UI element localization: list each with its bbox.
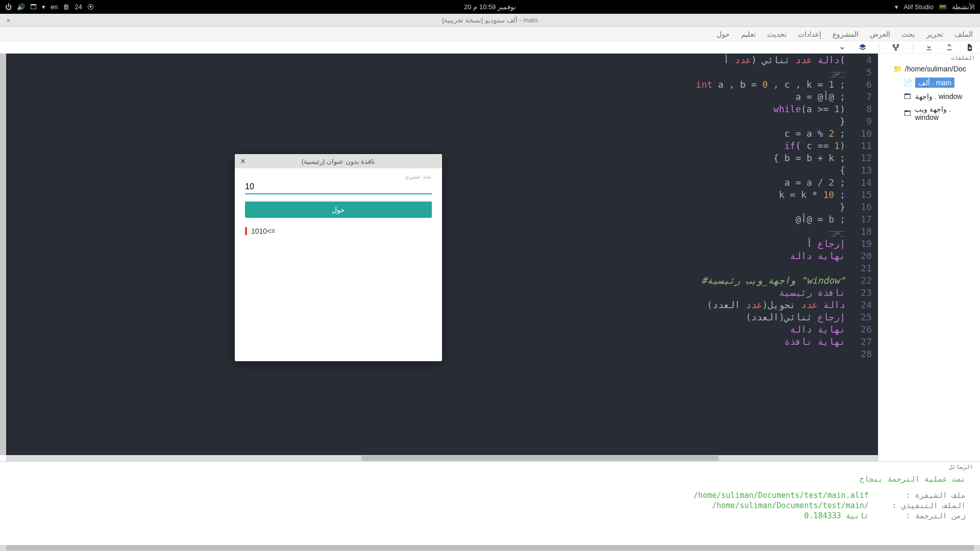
notif-count[interactable]: 24 [75, 3, 82, 11]
menu-learn[interactable]: تعليم [741, 30, 756, 38]
code-content[interactable]: c = a % 2 ; [6, 128, 853, 139]
power-icon[interactable]: ⏻ [5, 3, 12, 11]
code-content[interactable]: int a , b = 0 , c , k = 1 ; [6, 79, 853, 90]
code-line[interactable]: نهاية دالة26 [6, 323, 878, 335]
code-line[interactable]: إرجاع ثنائي(العدد)25 [6, 311, 878, 323]
decimal-input[interactable] [245, 180, 432, 194]
line-number: 8 [853, 104, 878, 114]
code-content[interactable]: a = @أ@ ; [6, 91, 853, 102]
code-line[interactable]: _س_18 [6, 225, 878, 237]
chevron-down-icon[interactable]: ▾ [42, 3, 45, 11]
code-line[interactable]: دالة عدد تحويل(عدد العدد)24 [6, 298, 878, 311]
folder-icon: 📁 [893, 64, 902, 73]
menu-search[interactable]: بحث [901, 30, 915, 38]
code-line[interactable]: @أ@ = b ;17 [6, 213, 878, 225]
menu-view[interactable]: العرض [870, 30, 890, 38]
file-icon: 📄 [903, 78, 912, 87]
file-tree-root[interactable]: 📁 /home/suliman/Doc [878, 62, 980, 76]
lang-indicator[interactable]: en [51, 3, 58, 11]
line-number: 22 [853, 275, 878, 286]
code-content[interactable]: } [6, 116, 853, 127]
menu-about[interactable]: حول [717, 30, 730, 38]
download-arrow-icon[interactable] [838, 43, 846, 52]
editor-hscroll[interactable] [6, 455, 878, 461]
msg-row: 0.184333 ثانية: زمن الترجمة [14, 511, 966, 520]
close-icon[interactable]: ✕ [240, 157, 246, 165]
line-number: 26 [853, 324, 878, 335]
code-line[interactable]: { b = b + k ;12 [6, 152, 878, 164]
line-number: 14 [853, 177, 878, 188]
line-number: 28 [853, 348, 878, 359]
bin-icon[interactable]: 🗑 [63, 3, 69, 11]
line-number: 5 [853, 67, 878, 78]
editor-vscroll[interactable] [0, 54, 6, 455]
line-number: 19 [853, 238, 878, 249]
toolbar-separator [879, 43, 879, 52]
line-number: 17 [853, 214, 878, 224]
code-line[interactable]: 21 [6, 262, 878, 274]
scrollbar-thumb[interactable] [6, 545, 974, 550]
sysbar-left: ⏻ 🔊 🗖 ▾ en 🗑 24 ⦿ [5, 3, 94, 11]
new-file-icon[interactable] [966, 43, 974, 52]
code-line[interactable]: 28 [6, 347, 878, 360]
code-content[interactable]: if( c == 1) [6, 140, 853, 151]
popup-header[interactable]: ✕ (رئيسية) نافذة بدون عنوان [235, 154, 442, 168]
file-panel-title: الملفات [878, 54, 980, 62]
code-content[interactable]: _س_ [6, 67, 853, 78]
line-number: 9 [853, 116, 878, 127]
code-line[interactable]: دالة عدد ثنائي (عدد أ(4 [6, 54, 878, 66]
code-line[interactable]: #واجهة_ويب رئيسية "window"22 [6, 274, 878, 286]
code-line[interactable]: if( c == 1)11 [6, 139, 878, 152]
code-line[interactable]: }16 [6, 201, 878, 213]
menu-file[interactable]: الملف [954, 30, 973, 38]
file-item-label: ألف . main [915, 78, 954, 88]
file-item-main[interactable]: 📄 ألف . main [878, 76, 980, 90]
menu-project[interactable]: المشروع [832, 30, 859, 38]
window-title: ألف ستوديو [نسخة تجريبية] - main [443, 16, 538, 24]
activities-button[interactable]: الأنشطة [952, 3, 975, 11]
menu-update[interactable]: تحديث [767, 30, 787, 38]
code-line[interactable]: while(a >= 1)8 [6, 103, 878, 115]
export-icon[interactable] [945, 43, 953, 52]
code-line[interactable]: int a , b = 0 , c , k = 1 ;6 [6, 78, 878, 90]
chevron-down-icon[interactable]: ▾ [895, 3, 898, 11]
code-line[interactable]: نهاية نافذة27 [6, 335, 878, 347]
import-icon[interactable] [925, 43, 933, 52]
msg-row: /home/suliman/Documents/test/main/: المل… [14, 501, 966, 510]
code-content[interactable]: while(a >= 1) [6, 104, 853, 114]
code-line[interactable]: إرجاع أ19 [6, 237, 878, 249]
code-line[interactable]: c = a % 2 ;10 [6, 127, 878, 139]
code-line[interactable]: نافذة رئيسية23 [6, 286, 878, 298]
code-line[interactable]: a = @أ@ ;7 [6, 90, 878, 103]
convert-window: ✕ (رئيسية) نافذة بدون عنوان عدد عشري حول… [235, 154, 442, 361]
code-line[interactable]: _س_5 [6, 66, 878, 78]
sysbar-right: ▾ Alif Studio 📟 الأنشطة [895, 3, 975, 11]
code-content[interactable]: دالة عدد ثنائي (عدد أ( [6, 55, 853, 65]
result-text: 1010<= [245, 227, 432, 235]
line-number: 6 [853, 79, 878, 90]
file-item-label: واجهة ويب . window [915, 105, 976, 121]
battery-icon[interactable]: 🗖 [30, 3, 37, 11]
file-item-window-ui[interactable]: 🗔 واجهة . window [878, 90, 980, 103]
messages-title: الرسائل [0, 462, 980, 472]
code-line[interactable]: {13 [6, 164, 878, 176]
window-close-icon[interactable]: × [6, 16, 11, 24]
code-line[interactable]: k = k * 10 ;15 [6, 188, 878, 201]
code-line[interactable]: }9 [6, 115, 878, 127]
messages-hscroll[interactable] [0, 545, 980, 551]
code-line[interactable]: a = a / 2 ;14 [6, 176, 878, 188]
line-number: 24 [853, 299, 878, 310]
menu-settings[interactable]: إعدادات [798, 30, 821, 38]
app-indicator[interactable]: Alif Studio [903, 3, 934, 11]
code-line[interactable]: نهاية دالة20 [6, 249, 878, 262]
file-item-window-web[interactable]: 🗔 واجهة ويب . window [878, 103, 980, 123]
menu-edit[interactable]: تحرير [926, 30, 943, 38]
scrollbar-thumb[interactable] [361, 456, 719, 461]
convert-button[interactable]: حول [245, 202, 432, 218]
tree-icon[interactable] [892, 43, 900, 52]
line-number: 21 [853, 263, 878, 273]
layers-icon[interactable] [859, 43, 867, 52]
status-icon: ⦿ [87, 3, 94, 11]
volume-icon[interactable]: 🔊 [17, 3, 25, 11]
window-titlebar: × ألف ستوديو [نسخة تجريبية] - main [0, 14, 980, 27]
